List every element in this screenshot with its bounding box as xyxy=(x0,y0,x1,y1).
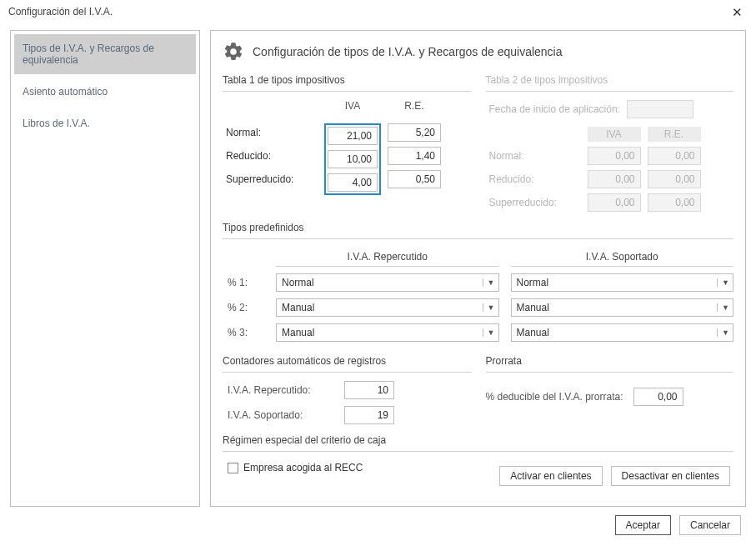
label-percent-2: % 2: xyxy=(223,302,264,313)
page-title: Configuración de tipos de I.V.A. y Recar… xyxy=(253,45,563,58)
col-header-iva: IVA xyxy=(324,100,381,118)
section-title-contadores: Contadores automáticos de registros xyxy=(223,350,471,373)
input-counter-rep[interactable]: 10 xyxy=(344,381,394,399)
label-super-2: Superreducido: xyxy=(489,197,581,208)
input-super-re-2: 0,00 xyxy=(648,193,701,212)
sidebar-item-libros[interactable]: Libros de I.V.A. xyxy=(14,109,196,138)
label-percent-1: % 1: xyxy=(223,277,264,288)
button-cancelar[interactable]: Cancelar xyxy=(679,515,741,535)
section-title-predef: Tipos predefinidos xyxy=(223,217,733,239)
label-counter-sop: I.V.A. Soportado: xyxy=(228,409,336,421)
chevron-down-icon: ▼ xyxy=(483,328,495,337)
close-icon[interactable]: ✕ xyxy=(727,6,748,18)
col-header-re: R.E. xyxy=(388,100,441,118)
input-normal-re[interactable]: 5,20 xyxy=(388,123,441,142)
input-reducido-iva[interactable]: 10,00 xyxy=(328,150,378,168)
combo-rep-1[interactable]: Normal▼ xyxy=(276,273,499,292)
section-title-recc: Régimen especial del criterio de caja xyxy=(223,429,733,452)
col-header-repercutido: I.V.A. Repercutido xyxy=(276,248,499,267)
sidebar-item-asiento[interactable]: Asiento automático xyxy=(14,78,196,106)
combo-rep-3[interactable]: Manual▼ xyxy=(276,323,499,342)
input-super-iva-2: 0,00 xyxy=(588,193,641,212)
input-fecha-inicio xyxy=(627,100,693,118)
input-normal-re-2: 0,00 xyxy=(648,147,701,165)
button-desactivar-clientes[interactable]: Desactivar en clientes xyxy=(611,466,730,486)
label-fecha-inicio: Fecha de inicio de aplicación: xyxy=(489,103,620,115)
combo-sop-3[interactable]: Manual▼ xyxy=(511,323,734,342)
input-counter-sop[interactable]: 19 xyxy=(344,406,394,424)
combo-rep-2[interactable]: Manual▼ xyxy=(276,298,499,317)
section-title-tabla1: Tabla 1 de tipos impositivos xyxy=(223,69,471,92)
label-checkbox-recc: Empresa acogida al RECC xyxy=(243,462,363,473)
window-titlebar: Configuración del I.V.A. ✕ xyxy=(0,0,756,23)
highlighted-iva-column: 21,00 10,00 4,00 xyxy=(324,123,381,195)
input-normal-iva-2: 0,00 xyxy=(588,147,641,165)
input-prorrata[interactable]: 0,00 xyxy=(633,388,683,406)
label-prorrata: % deducible del I.V.A. prorrata: xyxy=(486,391,623,403)
label-normal: Normal: xyxy=(226,123,318,142)
button-aceptar[interactable]: Aceptar xyxy=(615,515,671,535)
sidebar: Tipos de I.V.A. y Recargos de equivalenc… xyxy=(10,30,200,507)
col-header-re-2: R.E. xyxy=(648,127,701,142)
label-percent-3: % 3: xyxy=(223,327,264,338)
input-super-re[interactable]: 0,50 xyxy=(388,170,441,188)
col-header-soportado: I.V.A. Soportado xyxy=(511,248,734,267)
sidebar-item-tipos-iva[interactable]: Tipos de I.V.A. y Recargos de equivalenc… xyxy=(14,34,196,74)
combo-sop-1[interactable]: Normal▼ xyxy=(511,273,734,292)
section-title-prorrata: Prorrata xyxy=(486,350,734,373)
input-reducido-re-2: 0,00 xyxy=(648,170,701,188)
chevron-down-icon: ▼ xyxy=(717,303,729,312)
input-normal-iva[interactable]: 21,00 xyxy=(328,127,378,145)
checkbox-recc[interactable] xyxy=(228,463,238,473)
input-reducido-iva-2: 0,00 xyxy=(588,170,641,188)
section-title-tabla2: Tabla 2 de tipos impositivos xyxy=(486,69,734,92)
chevron-down-icon: ▼ xyxy=(483,278,495,287)
content-panel: Configuración de tipos de I.V.A. y Recar… xyxy=(210,30,746,507)
dialog-footer: Aceptar Cancelar xyxy=(0,507,756,535)
label-superreducido: Superreducido: xyxy=(226,170,318,188)
button-activar-clientes[interactable]: Activar en clientes xyxy=(499,466,602,486)
label-reducido: Reducido: xyxy=(226,147,318,165)
chevron-down-icon: ▼ xyxy=(717,278,729,287)
chevron-down-icon: ▼ xyxy=(483,303,495,312)
col-header-iva-2: IVA xyxy=(588,127,641,142)
label-counter-rep: I.V.A. Repercutido: xyxy=(228,384,336,396)
gear-icon xyxy=(223,41,244,63)
input-reducido-re[interactable]: 1,40 xyxy=(388,147,441,165)
input-super-iva[interactable]: 4,00 xyxy=(328,173,378,192)
label-reducido-2: Reducido: xyxy=(489,173,581,185)
label-normal-2: Normal: xyxy=(489,150,581,162)
chevron-down-icon: ▼ xyxy=(717,328,729,337)
combo-sop-2[interactable]: Manual▼ xyxy=(511,298,734,317)
window-title: Configuración del I.V.A. xyxy=(8,6,113,18)
